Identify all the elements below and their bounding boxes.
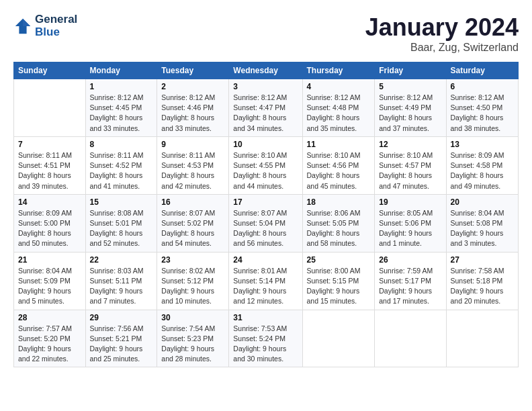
day-number: 5 (379, 82, 441, 91)
day-number: 7 (18, 140, 81, 149)
calendar-cell: 20Sunrise: 8:04 AMSunset: 5:08 PMDayligh… (446, 194, 518, 252)
logo: General Blue (13, 13, 77, 38)
day-info: Sunrise: 8:08 AMSunset: 5:01 PMDaylight:… (90, 208, 153, 249)
calendar-cell (302, 310, 375, 367)
day-info: Sunrise: 7:59 AMSunset: 5:17 PMDaylight:… (379, 266, 441, 307)
day-info: Sunrise: 8:11 AMSunset: 4:52 PMDaylight:… (90, 150, 153, 191)
calendar-cell (446, 310, 518, 367)
day-number: 20 (451, 197, 514, 207)
logo-line1: General (35, 13, 77, 26)
day-info: Sunrise: 7:56 AMSunset: 5:21 PMDaylight:… (90, 324, 153, 365)
day-number: 18 (307, 197, 371, 207)
calendar-cell (14, 79, 86, 137)
day-number: 17 (233, 197, 298, 207)
calendar-cell: 11Sunrise: 8:10 AMSunset: 4:56 PMDayligh… (302, 136, 375, 194)
day-number: 13 (451, 140, 514, 149)
day-info: Sunrise: 7:53 AMSunset: 5:24 PMDaylight:… (233, 324, 298, 365)
day-number: 31 (233, 313, 298, 322)
day-info: Sunrise: 8:04 AMSunset: 5:08 PMDaylight:… (451, 208, 514, 249)
day-info: Sunrise: 8:12 AMSunset: 4:46 PMDaylight:… (161, 93, 224, 134)
logo-icon (13, 17, 32, 36)
calendar-cell: 18Sunrise: 8:06 AMSunset: 5:05 PMDayligh… (302, 194, 375, 252)
day-info: Sunrise: 8:07 AMSunset: 5:02 PMDaylight:… (161, 208, 224, 249)
header-saturday: Saturday (446, 62, 518, 79)
day-info: Sunrise: 8:01 AMSunset: 5:14 PMDaylight:… (233, 266, 298, 307)
day-number: 28 (18, 313, 81, 322)
day-info: Sunrise: 8:06 AMSunset: 5:05 PMDaylight:… (307, 208, 371, 249)
day-info: Sunrise: 8:12 AMSunset: 4:49 PMDaylight:… (379, 93, 441, 134)
header-wednesday: Wednesday (229, 62, 302, 79)
header: General Blue January 2024 Baar, Zug, Swi… (13, 13, 519, 54)
calendar-body: 1Sunrise: 8:12 AMSunset: 4:45 PMDaylight… (14, 79, 519, 367)
day-number: 29 (90, 313, 153, 322)
calendar-cell: 29Sunrise: 7:56 AMSunset: 5:21 PMDayligh… (85, 310, 157, 367)
day-number: 25 (307, 255, 371, 265)
calendar-cell: 5Sunrise: 8:12 AMSunset: 4:49 PMDaylight… (375, 79, 446, 137)
day-number: 15 (90, 197, 153, 207)
calendar-week-row: 28Sunrise: 7:57 AMSunset: 5:20 PMDayligh… (14, 310, 519, 367)
day-number: 24 (233, 255, 298, 265)
day-info: Sunrise: 8:10 AMSunset: 4:57 PMDaylight:… (379, 150, 441, 191)
calendar-cell: 28Sunrise: 7:57 AMSunset: 5:20 PMDayligh… (14, 310, 86, 367)
header-thursday: Thursday (302, 62, 375, 79)
day-info: Sunrise: 8:07 AMSunset: 5:04 PMDaylight:… (233, 208, 298, 249)
day-info: Sunrise: 7:54 AMSunset: 5:23 PMDaylight:… (161, 324, 224, 365)
day-info: Sunrise: 8:00 AMSunset: 5:15 PMDaylight:… (307, 266, 371, 307)
day-number: 9 (161, 140, 224, 149)
location-subtitle: Baar, Zug, Switzerland (365, 42, 519, 54)
calendar-table: Sunday Monday Tuesday Wednesday Thursday… (13, 62, 519, 367)
calendar-week-row: 21Sunrise: 8:04 AMSunset: 5:09 PMDayligh… (14, 252, 519, 310)
calendar-cell: 19Sunrise: 8:05 AMSunset: 5:06 PMDayligh… (375, 194, 446, 252)
header-tuesday: Tuesday (157, 62, 229, 79)
day-number: 1 (90, 82, 153, 91)
day-info: Sunrise: 8:11 AMSunset: 4:53 PMDaylight:… (161, 150, 224, 191)
calendar-cell: 26Sunrise: 7:59 AMSunset: 5:17 PMDayligh… (375, 252, 446, 310)
day-info: Sunrise: 8:03 AMSunset: 5:11 PMDaylight:… (90, 266, 153, 307)
day-number: 10 (233, 140, 298, 149)
day-number: 22 (90, 255, 153, 265)
day-info: Sunrise: 8:09 AMSunset: 4:58 PMDaylight:… (451, 150, 514, 191)
day-info: Sunrise: 8:02 AMSunset: 5:12 PMDaylight:… (161, 266, 224, 307)
calendar-cell: 15Sunrise: 8:08 AMSunset: 5:01 PMDayligh… (85, 194, 157, 252)
calendar-cell: 23Sunrise: 8:02 AMSunset: 5:12 PMDayligh… (157, 252, 229, 310)
calendar-cell: 25Sunrise: 8:00 AMSunset: 5:15 PMDayligh… (302, 252, 375, 310)
calendar-cell: 30Sunrise: 7:54 AMSunset: 5:23 PMDayligh… (157, 310, 229, 367)
svg-marker-2 (23, 18, 30, 26)
calendar-week-row: 14Sunrise: 8:09 AMSunset: 5:00 PMDayligh… (14, 194, 519, 252)
day-info: Sunrise: 8:12 AMSunset: 4:47 PMDaylight:… (233, 93, 298, 134)
day-number: 19 (379, 197, 441, 207)
calendar-cell: 7Sunrise: 8:11 AMSunset: 4:51 PMDaylight… (14, 136, 86, 194)
calendar-cell: 9Sunrise: 8:11 AMSunset: 4:53 PMDaylight… (157, 136, 229, 194)
calendar-cell: 8Sunrise: 8:11 AMSunset: 4:52 PMDaylight… (85, 136, 157, 194)
calendar-cell: 10Sunrise: 8:10 AMSunset: 4:55 PMDayligh… (229, 136, 302, 194)
day-number: 30 (161, 313, 224, 322)
calendar-cell: 16Sunrise: 8:07 AMSunset: 5:02 PMDayligh… (157, 194, 229, 252)
day-info: Sunrise: 7:58 AMSunset: 5:18 PMDaylight:… (451, 266, 514, 307)
calendar-cell: 4Sunrise: 8:12 AMSunset: 4:48 PMDaylight… (302, 79, 375, 137)
day-info: Sunrise: 8:12 AMSunset: 4:50 PMDaylight:… (451, 93, 514, 134)
calendar-cell: 31Sunrise: 7:53 AMSunset: 5:24 PMDayligh… (229, 310, 302, 367)
day-info: Sunrise: 8:04 AMSunset: 5:09 PMDaylight:… (18, 266, 81, 307)
day-info: Sunrise: 8:10 AMSunset: 4:56 PMDaylight:… (307, 150, 371, 191)
calendar-cell: 24Sunrise: 8:01 AMSunset: 5:14 PMDayligh… (229, 252, 302, 310)
day-number: 21 (18, 255, 81, 265)
calendar-week-row: 1Sunrise: 8:12 AMSunset: 4:45 PMDaylight… (14, 79, 519, 137)
day-number: 23 (161, 255, 224, 265)
calendar-cell: 12Sunrise: 8:10 AMSunset: 4:57 PMDayligh… (375, 136, 446, 194)
title-block: January 2024 Baar, Zug, Switzerland (365, 13, 519, 54)
day-number: 14 (18, 197, 81, 207)
day-info: Sunrise: 8:11 AMSunset: 4:51 PMDaylight:… (18, 150, 81, 191)
calendar-cell: 17Sunrise: 8:07 AMSunset: 5:04 PMDayligh… (229, 194, 302, 252)
day-info: Sunrise: 8:05 AMSunset: 5:06 PMDaylight:… (379, 208, 441, 249)
calendar-cell: 14Sunrise: 8:09 AMSunset: 5:00 PMDayligh… (14, 194, 86, 252)
calendar-cell: 21Sunrise: 8:04 AMSunset: 5:09 PMDayligh… (14, 252, 86, 310)
days-header-row: Sunday Monday Tuesday Wednesday Thursday… (14, 62, 519, 79)
day-info: Sunrise: 8:09 AMSunset: 5:00 PMDaylight:… (18, 208, 81, 249)
day-number: 27 (451, 255, 514, 265)
day-info: Sunrise: 8:12 AMSunset: 4:48 PMDaylight:… (307, 93, 371, 134)
day-number: 2 (161, 82, 224, 91)
day-number: 4 (307, 82, 371, 91)
calendar-cell (375, 310, 446, 367)
day-info: Sunrise: 8:10 AMSunset: 4:55 PMDaylight:… (233, 150, 298, 191)
calendar-cell: 13Sunrise: 8:09 AMSunset: 4:58 PMDayligh… (446, 136, 518, 194)
